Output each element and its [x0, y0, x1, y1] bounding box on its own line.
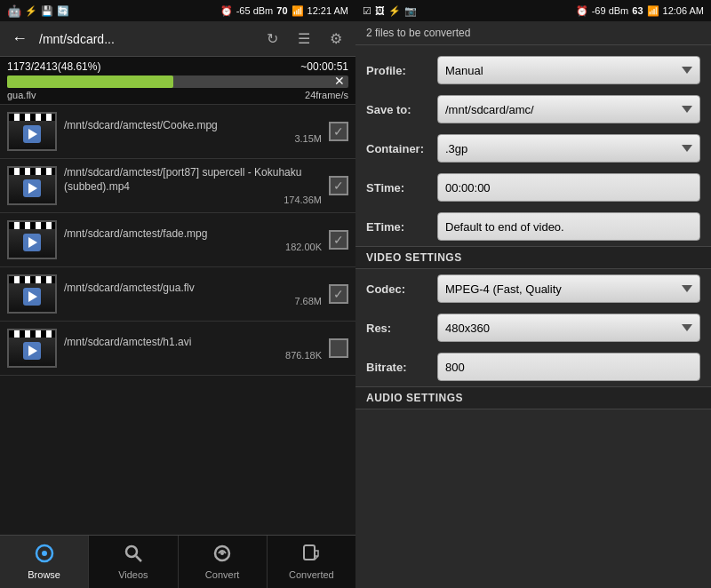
save-to-row: Save to: /mnt/sdcard/amc/ — [356, 90, 711, 129]
stime-control: 00:00:00 — [437, 173, 700, 202]
file-checkbox[interactable] — [329, 284, 348, 304]
list-item[interactable]: /mnt/sdcard/amctest/gua.flv 7.68M — [0, 267, 356, 322]
nav-converted[interactable]: Converted — [268, 536, 356, 588]
files-to-convert: 2 files to be converted — [366, 27, 470, 39]
svg-line-3 — [136, 556, 141, 561]
bitrate-value: 800 — [445, 361, 465, 374]
nav-browse[interactable]: Browse — [0, 536, 89, 588]
codec-control: MPEG-4 (Fast, Quality — [437, 274, 700, 303]
etime-input[interactable]: Default to end of video. — [437, 212, 700, 241]
file-info: /mnt/sdcard/amctest/Cooke.mpg 3.15M — [64, 119, 322, 144]
camera-status-icon: 📷 — [404, 5, 417, 17]
file-checkbox[interactable] — [329, 122, 348, 141]
profile-dropdown[interactable]: Manual — [437, 56, 700, 84]
file-path: /mnt/sdcard/amctest/h1.avi — [64, 336, 322, 350]
progress-close-button[interactable]: ✕ — [334, 75, 345, 87]
settings-list: Profile: Manual Save to: /mnt/sdcard/amc… — [356, 45, 711, 588]
converted-icon — [301, 544, 321, 568]
codec-label: Codec: — [366, 282, 437, 296]
progress-bar-inner — [7, 75, 173, 88]
bottom-nav: Browse Videos Convert Converted — [0, 535, 356, 588]
res-dropdown-arrow — [682, 324, 692, 331]
res-row: Res: 480x360 — [356, 308, 711, 347]
list-item[interactable]: /mnt/sdcard/amctest/fade.mpg 182.00K — [0, 213, 356, 267]
stime-row: STime: 00:00:00 — [356, 168, 711, 207]
progress-percent: 1173/2413(48.61%) — [7, 60, 100, 73]
save-to-dropdown[interactable]: /mnt/sdcard/amc/ — [437, 95, 700, 123]
browse-icon — [35, 544, 54, 568]
file-path: /mnt/sdcard/amctest/fade.mpg — [64, 227, 322, 242]
etime-value: Default to end of video. — [445, 220, 564, 234]
profile-label: Profile: — [366, 64, 437, 77]
progress-info: 1173/2413(48.61%) ~00:00:51 — [7, 60, 348, 73]
signal-bar-icon-right: 📶 — [647, 5, 659, 17]
signal-bar-icon: 📶 — [292, 5, 304, 17]
etime-row: ETime: Default to end of video. — [356, 207, 711, 246]
file-thumbnail — [7, 166, 57, 205]
bitrate-control: 800 — [437, 353, 700, 381]
settings-button[interactable]: ⚙ — [324, 27, 348, 52]
signal-strength-right: -69 dBm — [592, 5, 629, 16]
browse-label: Browse — [28, 569, 60, 580]
signal-strength: -65 dBm — [236, 5, 274, 16]
convert-header: 2 files to be converted — [356, 21, 711, 45]
file-info: /mnt/sdcard/amctest/[port87] supercell -… — [64, 166, 322, 204]
profile-value: Manual — [445, 64, 483, 77]
bitrate-label: Bitrate: — [366, 361, 437, 374]
stime-value: 00:00:00 — [445, 181, 491, 195]
file-info: /mnt/sdcard/amctest/h1.avi 876.18K — [64, 336, 322, 361]
frame-rate: 24frame/s — [305, 90, 348, 100]
save-to-control: /mnt/sdcard/amc/ — [437, 95, 700, 123]
search-icon — [124, 544, 143, 568]
list-item[interactable]: /mnt/sdcard/amctest/[port87] supercell -… — [0, 159, 356, 213]
time-right: 12:06 AM — [663, 5, 704, 16]
profile-dropdown-arrow — [682, 67, 692, 74]
container-value: .3gp — [445, 142, 467, 155]
container-label: Container: — [366, 142, 437, 155]
path-bar-actions: ↻ ☰ ⚙ — [260, 27, 348, 52]
res-label: Res: — [366, 322, 437, 335]
refresh-button[interactable]: ↻ — [260, 27, 284, 52]
file-size: 876.18K — [64, 350, 322, 361]
file-thumbnail — [7, 274, 57, 314]
current-filename: gua.flv — [7, 90, 36, 100]
nav-convert[interactable]: Convert — [179, 536, 268, 588]
container-dropdown[interactable]: .3gp — [437, 134, 700, 163]
android-icon: 🤖 — [7, 4, 21, 18]
file-checkbox[interactable] — [329, 230, 348, 250]
picture-status-icon: 🖼 — [375, 5, 385, 16]
left-panel: 🤖 ⚡ 💾 🔄 ⏰ -65 dBm 70 📶 12:21 AM ← /mnt/s… — [0, 0, 356, 588]
bars-value-right: 63 — [632, 5, 643, 16]
stime-label: STime: — [366, 181, 437, 195]
etime-label: ETime: — [366, 220, 437, 234]
memory-icon: 💾 — [41, 5, 53, 17]
left-status-right: ⏰ -65 dBm 70 📶 12:21 AM — [220, 5, 348, 17]
menu-button[interactable]: ☰ — [292, 27, 316, 52]
container-row: Container: .3gp — [356, 129, 711, 168]
svg-point-2 — [126, 546, 137, 557]
svg-rect-6 — [304, 545, 315, 560]
res-dropdown[interactable]: 480x360 — [437, 314, 700, 342]
progress-container: 1173/2413(48.61%) ~00:00:51 ✕ gua.flv 24… — [0, 57, 356, 105]
file-thumbnail — [7, 220, 57, 259]
file-info: /mnt/sdcard/amctest/fade.mpg 182.00K — [64, 227, 322, 252]
list-item[interactable]: /mnt/sdcard/amctest/h1.avi 876.18K — [0, 322, 356, 376]
save-to-label: Save to: — [366, 103, 437, 116]
path-bar: ← /mnt/sdcard... ↻ ☰ ⚙ — [0, 21, 356, 57]
file-checkbox[interactable] — [329, 176, 348, 195]
left-status-bar: 🤖 ⚡ 💾 🔄 ⏰ -65 dBm 70 📶 12:21 AM — [0, 0, 356, 21]
back-button[interactable]: ← — [7, 27, 32, 52]
bitrate-input[interactable]: 800 — [437, 353, 700, 381]
file-path: /mnt/sdcard/amctest/gua.flv — [64, 282, 322, 296]
list-item[interactable]: /mnt/sdcard/amctest/Cooke.mpg 3.15M — [0, 105, 356, 159]
bars-value: 70 — [276, 5, 287, 16]
file-checkbox[interactable] — [329, 338, 348, 358]
file-size: 3.15M — [64, 133, 322, 144]
stime-input[interactable]: 00:00:00 — [437, 173, 700, 202]
file-info: /mnt/sdcard/amctest/gua.flv 7.68M — [64, 282, 322, 306]
nav-videos[interactable]: Videos — [89, 536, 178, 588]
codec-dropdown-arrow — [682, 285, 692, 292]
file-thumbnail — [7, 112, 57, 151]
codec-dropdown[interactable]: MPEG-4 (Fast, Quality — [437, 274, 700, 303]
progress-bar-outer: ✕ — [7, 75, 348, 88]
